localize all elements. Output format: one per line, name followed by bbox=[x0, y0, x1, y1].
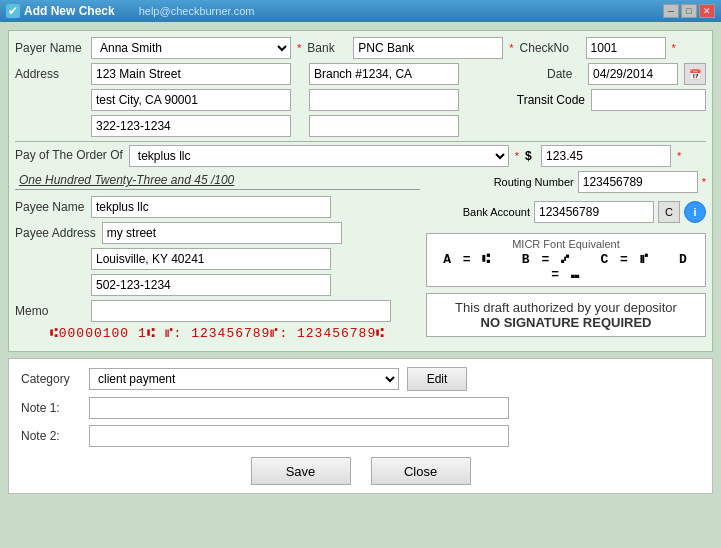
payee-addr1-input[interactable] bbox=[102, 222, 342, 244]
note1-row: Note 1: bbox=[21, 397, 700, 419]
memo-label: Memo bbox=[15, 304, 85, 318]
payee-addr2-input[interactable] bbox=[91, 248, 331, 270]
transit-code-input[interactable] bbox=[591, 89, 706, 111]
pay-order-label: Pay of The Order Of bbox=[15, 148, 123, 164]
left-column: One Hundred Twenty-Three and 45 /100 Pay… bbox=[15, 171, 420, 341]
micr-font-box: MICR Font Equivalent A = ⑆ B = ⑇ C = ⑈ D… bbox=[426, 233, 706, 287]
bank-account-input[interactable] bbox=[534, 201, 654, 223]
category-row: Category client payment Edit bbox=[21, 367, 700, 391]
calendar-button[interactable]: 📅 bbox=[684, 63, 706, 85]
info-button[interactable]: i bbox=[684, 201, 706, 223]
micr-title: MICR Font Equivalent bbox=[435, 238, 697, 250]
close-button[interactable]: ✕ bbox=[699, 4, 715, 18]
address2-extra-input[interactable] bbox=[309, 89, 459, 111]
address2-input[interactable] bbox=[91, 89, 291, 111]
bottom-section: Category client payment Edit Note 1: Not… bbox=[8, 358, 713, 494]
payee-name-label: Payee Name bbox=[15, 200, 85, 214]
memo-input[interactable] bbox=[91, 300, 391, 322]
payee-address-label: Payee Address bbox=[15, 226, 96, 240]
address3-extra-input[interactable] bbox=[309, 115, 459, 137]
date-label: Date bbox=[547, 67, 582, 81]
micr-bottom-line: ⑆00000100 1⑆ ⑈: 123456789⑈: 123456789⑆ bbox=[15, 326, 420, 341]
bank-account-label: Bank Account bbox=[463, 206, 530, 218]
amount-required: * bbox=[677, 150, 681, 162]
auth-text1: This draft authorized by your depositor bbox=[437, 300, 695, 315]
note1-label: Note 1: bbox=[21, 401, 81, 415]
maximize-button[interactable]: □ bbox=[681, 4, 697, 18]
payee-name-input[interactable] bbox=[91, 196, 331, 218]
routing-required: * bbox=[702, 176, 706, 188]
address1-input[interactable] bbox=[91, 63, 291, 85]
payer-name-select[interactable]: Anna Smith bbox=[91, 37, 291, 59]
window-controls: ─ □ ✕ bbox=[663, 4, 715, 18]
routing-label: Routing Number bbox=[494, 176, 574, 188]
minimize-button[interactable]: ─ bbox=[663, 4, 679, 18]
auth-text2: NO SIGNATURE REQUIRED bbox=[437, 315, 695, 330]
buttons-row: Save Close bbox=[21, 457, 700, 485]
amount-symbol: $ bbox=[525, 149, 535, 163]
save-button[interactable]: Save bbox=[251, 457, 351, 485]
pay-order-select[interactable]: tekplus llc bbox=[129, 145, 509, 167]
edit-button[interactable]: Edit bbox=[407, 367, 467, 391]
right-column: Routing Number * Bank Account C i MICR F… bbox=[426, 171, 706, 341]
branch-input[interactable] bbox=[309, 63, 459, 85]
c-button[interactable]: C bbox=[658, 201, 680, 223]
category-label: Category bbox=[21, 372, 81, 386]
main-container: Payer Name Anna Smith * Bank * CheckNo *… bbox=[0, 22, 721, 548]
note2-label: Note 2: bbox=[21, 429, 81, 443]
note1-input[interactable] bbox=[89, 397, 509, 419]
payer-name-label: Payer Name bbox=[15, 41, 85, 55]
date-input[interactable] bbox=[588, 63, 678, 85]
payorder-required: * bbox=[515, 150, 519, 162]
category-select[interactable]: client payment bbox=[89, 368, 399, 390]
bank-required: * bbox=[509, 42, 513, 54]
app-icon: ✔ bbox=[6, 4, 20, 18]
checkno-required: * bbox=[672, 42, 676, 54]
address3-input[interactable] bbox=[91, 115, 291, 137]
written-amount: One Hundred Twenty-Three and 45 /100 bbox=[15, 171, 420, 190]
micr-chars: A = ⑆ B = ⑇ C = ⑈ D = ⑉ bbox=[435, 252, 697, 282]
title-bar-email: help@checkburner.com bbox=[139, 5, 255, 17]
checkno-input[interactable] bbox=[586, 37, 666, 59]
payer-required: * bbox=[297, 42, 301, 54]
bank-label: Bank bbox=[307, 41, 347, 55]
check-area: Payer Name Anna Smith * Bank * CheckNo *… bbox=[8, 30, 713, 352]
payee-addr3-input[interactable] bbox=[91, 274, 331, 296]
title-bar: ✔ Add New Check help@checkburner.com ─ □… bbox=[0, 0, 721, 22]
close-button[interactable]: Close bbox=[371, 457, 471, 485]
transit-code-label: Transit Code bbox=[505, 93, 585, 107]
amount-input[interactable] bbox=[541, 145, 671, 167]
address-label: Address bbox=[15, 67, 85, 81]
auth-box: This draft authorized by your depositor … bbox=[426, 293, 706, 337]
routing-input[interactable] bbox=[578, 171, 698, 193]
bank-input[interactable] bbox=[353, 37, 503, 59]
checkno-label: CheckNo bbox=[520, 41, 580, 55]
note2-row: Note 2: bbox=[21, 425, 700, 447]
note2-input[interactable] bbox=[89, 425, 509, 447]
title-bar-title: Add New Check bbox=[24, 4, 115, 18]
